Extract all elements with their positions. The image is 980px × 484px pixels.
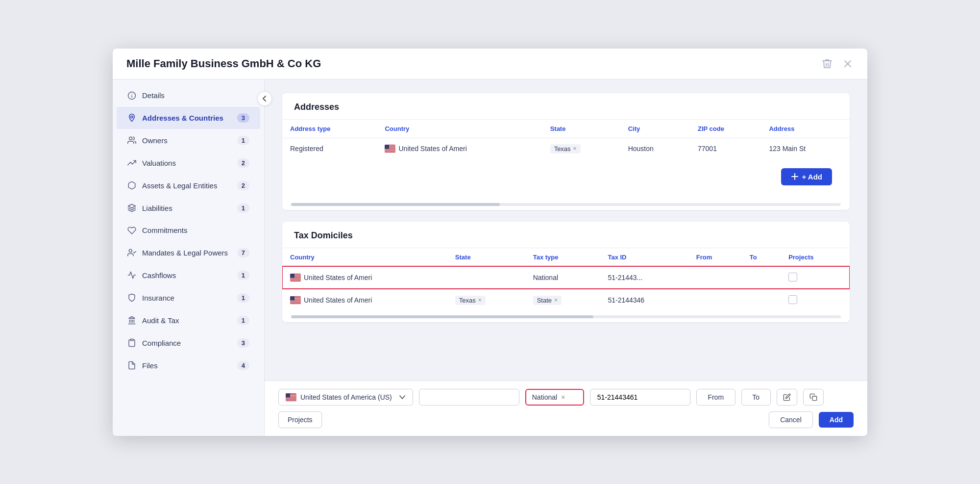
tax-col-taxtype: Tax type <box>525 248 600 267</box>
tax-scrollbar[interactable] <box>291 315 841 318</box>
sidebar-label-owners: Owners <box>142 136 168 145</box>
from-button[interactable]: From <box>696 389 735 406</box>
tax-row2-taxtype: State × <box>525 289 600 311</box>
sidebar-item-cashflows[interactable]: Cashflows 1 <box>117 264 260 286</box>
state-remove-icon[interactable]: × <box>573 145 577 152</box>
row1-checkbox[interactable] <box>788 273 797 281</box>
tax-row-1[interactable]: United States of Ameri National 51-21443… <box>282 266 850 289</box>
shield-icon <box>127 293 136 302</box>
user-check-icon <box>127 248 136 257</box>
svg-rect-40 <box>290 279 301 279</box>
tax-col-country: Country <box>282 248 447 267</box>
country-select[interactable]: United States of America (US) <box>278 389 413 406</box>
tax-id-input[interactable] <box>590 389 690 406</box>
cancel-label: Cancel <box>780 416 802 424</box>
addresses-add-button[interactable]: + Add <box>781 168 832 185</box>
tax-domiciles-table: Country State Tax type Tax ID From To Pr… <box>282 248 850 311</box>
plus-icon <box>791 173 799 180</box>
sidebar-item-insurance[interactable]: Insurance 1 <box>117 287 260 309</box>
addresses-add-label: + Add <box>802 173 822 181</box>
svg-rect-45 <box>290 274 294 278</box>
sidebar-item-addresses-countries[interactable]: Addresses & Countries 3 <box>117 107 260 129</box>
projects-button[interactable]: Projects <box>278 411 322 428</box>
svg-rect-58 <box>290 304 301 304</box>
sidebar-item-liabilities[interactable]: Liabilities 1 <box>117 197 260 219</box>
tax-col-state: State <box>447 248 525 267</box>
sidebar-badge-files: 4 <box>237 361 249 370</box>
addresses-section: Addresses Address type Country State Cit… <box>282 93 850 210</box>
sidebar-collapse-button[interactable] <box>257 91 272 106</box>
tax-col-to: To <box>742 248 781 267</box>
activity-icon <box>127 271 136 280</box>
tax-type-value: National <box>532 393 557 401</box>
sidebar-badge-assets: 2 <box>237 181 249 190</box>
col-country: Country <box>377 120 542 138</box>
state-input[interactable] <box>419 389 519 406</box>
file-icon <box>127 361 136 370</box>
taxtype-remove[interactable]: × <box>554 297 558 304</box>
trending-icon <box>127 158 136 167</box>
add-button[interactable]: Add <box>819 412 854 428</box>
close-icon[interactable] <box>842 58 854 70</box>
sidebar-item-valuations[interactable]: Valuations 2 <box>117 152 260 174</box>
svg-rect-43 <box>290 280 301 281</box>
svg-rect-29 <box>385 145 389 149</box>
modal-container: Mille Family Business GmbH & Co KG Detai… <box>113 49 867 436</box>
tax-col-from: From <box>688 248 742 267</box>
svg-rect-42 <box>290 280 301 280</box>
tax-row-2[interactable]: United States of Ameri Texas × State × <box>282 289 850 311</box>
cancel-button[interactable]: Cancel <box>769 411 813 428</box>
sidebar-label-compliance: Compliance <box>142 339 181 347</box>
col-zip: ZIP code <box>690 120 761 138</box>
row2-checkbox[interactable] <box>788 295 797 304</box>
svg-rect-59 <box>290 296 294 301</box>
svg-rect-41 <box>290 279 301 280</box>
sidebar-item-files[interactable]: Files 4 <box>117 355 260 377</box>
projects-label: Projects <box>288 416 313 424</box>
state-remove-2[interactable]: × <box>478 297 482 304</box>
tax-col-taxid: Tax ID <box>600 248 688 267</box>
sidebar-label-addresses: Addresses & Countries <box>142 114 223 122</box>
sidebar-label-commitments: Commitments <box>142 226 188 234</box>
svg-rect-55 <box>290 302 301 302</box>
trash-icon[interactable] <box>821 58 833 70</box>
us-flag-icon-3 <box>290 296 301 304</box>
tax-row1-to <box>742 266 781 289</box>
addresses-table: Address type Country State City ZIP code… <box>282 120 850 159</box>
to-button[interactable]: To <box>741 389 771 406</box>
tax-row1-taxid: 51-21443... <box>600 266 688 289</box>
state-tag: Texas × <box>550 144 581 153</box>
tax-type-clear-icon[interactable]: × <box>561 393 565 401</box>
info-icon <box>127 91 136 100</box>
copy-icon-button[interactable] <box>803 389 824 406</box>
svg-rect-27 <box>385 152 395 152</box>
svg-point-5 <box>131 116 133 118</box>
tax-row2-taxid: 51-2144346 <box>600 289 688 311</box>
sidebar-item-commitments[interactable]: Commitments <box>117 220 260 241</box>
tax-row1-taxtype: National <box>525 266 600 289</box>
edit-icon-button[interactable] <box>777 389 797 406</box>
svg-rect-26 <box>385 151 395 151</box>
tax-type-select[interactable]: National × <box>525 389 584 406</box>
addresses-scrollbar[interactable] <box>291 203 841 206</box>
users-icon <box>127 136 136 145</box>
svg-rect-74 <box>812 396 817 401</box>
sidebar-item-assets[interactable]: Assets & Legal Entities 2 <box>117 175 260 197</box>
sidebar-item-mandates[interactable]: Mandates & Legal Powers 7 <box>117 242 260 264</box>
svg-rect-44 <box>290 281 301 281</box>
svg-rect-25 <box>385 150 395 151</box>
sidebar-item-owners[interactable]: Owners 1 <box>117 129 260 152</box>
sidebar-label-audit: Audit & Tax <box>142 316 179 325</box>
sidebar-item-audit-tax[interactable]: Audit & Tax 1 <box>117 309 260 331</box>
country-select-value: United States of America (US) <box>300 393 392 401</box>
tax-domiciles-title: Tax Domiciles <box>282 222 850 248</box>
svg-marker-7 <box>128 204 136 208</box>
sidebar-item-compliance[interactable]: Compliance 3 <box>117 332 260 354</box>
svg-point-6 <box>129 137 132 140</box>
sidebar-badge-audit: 1 <box>237 316 249 325</box>
edit-icon <box>783 393 791 401</box>
tax-domiciles-table-wrap: Country State Tax type Tax ID From To Pr… <box>282 248 850 311</box>
sidebar-item-details[interactable]: Details <box>117 85 260 106</box>
sidebar-label-insurance: Insurance <box>142 294 174 302</box>
svg-rect-54 <box>290 301 301 302</box>
